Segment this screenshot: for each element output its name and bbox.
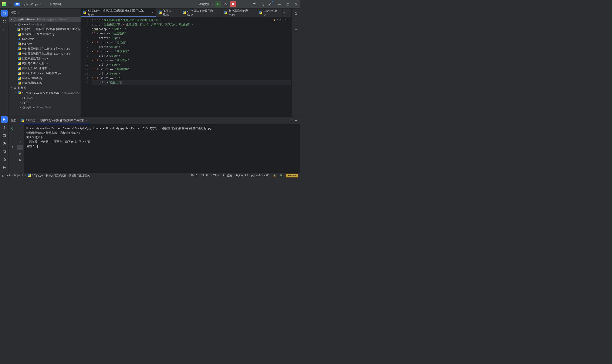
tree-file[interactable]: 自动备份脚本.py (9, 76, 81, 80)
expand-icon[interactable]: ▾ (10, 18, 13, 21)
run-tab[interactable]: 3.7实战一：模拟支付宝蚂蚁森林的能量产生过程 × (19, 117, 90, 124)
indent-setting[interactable]: 4 个空格 (223, 174, 232, 177)
more-tools-button[interactable]: ··· (1, 26, 8, 33)
expand-icon[interactable]: ▾ (10, 87, 13, 89)
expand-icon[interactable]: ▸ (19, 97, 22, 99)
vim-indicator[interactable]: V (280, 174, 282, 177)
tree-sdk[interactable]: ▾ < Python 3.12 (pythonProject3) > H:\st… (9, 90, 81, 95)
code-editor[interactable]: 123456789101112131415 ▲2 ✓1 ⌃ ⌄ print("查… (81, 17, 292, 117)
more-actions-button[interactable] (238, 1, 244, 7)
tree-ext-lib[interactable]: ▾ ☰ 外部库 (9, 85, 81, 90)
structure-tool-button[interactable] (1, 18, 8, 25)
close-icon[interactable]: × (152, 11, 153, 14)
tree-venv[interactable]: ▸ ▢ venv library根目录 (9, 22, 81, 27)
tree-folder[interactable]: ▸▢DLLs (9, 95, 81, 100)
tree-file[interactable]: 自动化部署 Docker 容器脚本.py (9, 71, 81, 76)
tree-file[interactable]: 自动化邮件发送脚本.py (9, 66, 81, 71)
problems-button[interactable] (1, 156, 8, 163)
console-output[interactable]: H:\study\pythonProject3\venv\Scripts\pyt… (24, 124, 300, 172)
tree-label: python (26, 106, 35, 109)
python-icon (17, 27, 20, 31)
line-ending[interactable]: CRLF (201, 174, 208, 177)
tree-file[interactable]: 一键部署数据库主从服务（主节点）.py (9, 46, 81, 51)
vcs-label[interactable]: 版本控制 (50, 2, 61, 6)
python-console-button[interactable] (1, 132, 8, 139)
expand-icon[interactable]: ▾ (14, 92, 17, 94)
status-bar: ▢ pythonProject3 › 3.7实战一：模拟支付宝蚂蚁森林的能量产生… (0, 172, 300, 178)
debug-button[interactable] (223, 1, 228, 7)
breadcrumb[interactable]: ▢ pythonProject3 › 3.7实战一：模拟支付宝蚂蚁森林的能量产生… (2, 174, 90, 177)
tree-file[interactable]: 自动部署脚本.py (9, 80, 81, 85)
interpreter[interactable]: Python 3.12 (pythonProject3) (236, 174, 269, 177)
stop-process-button[interactable] (10, 132, 15, 138)
rerun-button[interactable] (10, 126, 15, 131)
console-line: 请输入： (26, 144, 297, 148)
main-menu-button[interactable] (8, 2, 13, 7)
python-icon (17, 32, 21, 36)
tree-file[interactable]: ◆Dockerfile (9, 37, 81, 41)
editor-tab[interactable]: 3.7实战一：模拟支付宝蚂蚁森林的能量产生过程.py× (81, 9, 156, 17)
run-more-actions[interactable] (10, 145, 15, 150)
scroll-to-end-button[interactable]: ⤓ (17, 145, 23, 150)
print-button[interactable]: ⎙ (17, 151, 23, 157)
settings-button[interactable] (267, 1, 273, 7)
stop-button[interactable] (230, 1, 236, 7)
down-button[interactable]: ↓ (17, 132, 23, 138)
tree-file[interactable]: 统计每个IP访问量.py (9, 61, 81, 66)
maximize-button[interactable]: ▢ (285, 2, 290, 6)
soft-wrap-button[interactable]: ⇥ (17, 138, 23, 144)
run-tab-label: 3.7实战一：模拟支付宝蚂蚁森林的能量产生过程 (26, 118, 85, 122)
project-tree[interactable]: ▾ ▢ pythonProject3 H:\study\pythonProjec… (9, 17, 81, 117)
tree-file[interactable]: 一键部署数据库主从服务（从节点）.py (9, 51, 81, 56)
run-tool-button[interactable] (1, 116, 8, 123)
vcs-button[interactable] (1, 165, 8, 171)
run-config-label[interactable]: 当前文件 (198, 2, 209, 6)
python-icon (28, 174, 31, 177)
editor-tab[interactable]: 飞机大战.py (156, 9, 180, 17)
project-panel-header[interactable]: 项目 ▾ (9, 9, 81, 17)
cursor-position[interactable]: 15:16 (191, 174, 197, 177)
run-more-button[interactable] (290, 119, 293, 123)
database-button[interactable] (292, 27, 299, 34)
clear-button[interactable]: 🗑 (17, 157, 23, 163)
expand-icon[interactable]: ▸ (14, 23, 17, 26)
tree-file[interactable]: 监控系统性能脚本.py (9, 56, 81, 61)
minimize-button[interactable]: — (277, 2, 281, 6)
editor-tab[interactable]: 自动化部署 D (257, 9, 283, 17)
notifications-button[interactable] (292, 10, 299, 17)
terminal-button[interactable] (1, 148, 8, 155)
project-name[interactable]: pythonProject3 (23, 2, 41, 6)
encoding[interactable]: UTF-8 (211, 174, 219, 177)
close-window-button[interactable]: ✕ (294, 2, 298, 6)
editor-area: 3.7实战一：模拟支付宝蚂蚁森林的能量产生过程.py×飞机大战.py3.7实战二… (81, 9, 292, 117)
up-button[interactable]: ↑ (17, 126, 23, 131)
expand-icon[interactable]: ▸ (19, 106, 22, 108)
lock-icon[interactable]: 🔒 (273, 174, 276, 177)
python-packages-button[interactable] (1, 124, 8, 131)
run-button[interactable] (215, 1, 221, 7)
chevron-down-icon: ▾ (18, 12, 19, 14)
search-button[interactable] (259, 1, 265, 7)
tree-root[interactable]: ▾ ▢ pythonProject3 H:\study\pythonProjec… (9, 17, 81, 22)
tree-file[interactable]: 3.7实战二：猜数字游戏.py (9, 32, 81, 37)
project-tool-button[interactable] (1, 10, 8, 16)
tree-file[interactable]: main.py (9, 41, 81, 46)
hide-panel-button[interactable]: — (295, 119, 297, 123)
editor-tab[interactable]: 3.7实战二：猜数字游戏.py (180, 9, 222, 17)
services-button[interactable] (1, 140, 8, 147)
expand-icon[interactable]: ▸ (19, 102, 22, 104)
editor-tab[interactable]: 监控系统性能脚本.py (222, 9, 257, 17)
ai-assistant-button[interactable] (292, 19, 299, 26)
tabs-more-button[interactable] (286, 11, 290, 15)
inspection-widget[interactable]: ▲2 ✓1 ⌃ ⌄ (274, 18, 289, 22)
tree-file[interactable]: 3.7实战一：模拟支付宝蚂蚁森林的能量产生过程.py (9, 27, 81, 32)
tree-folder[interactable]: ▸▢Lib (9, 100, 81, 105)
crumb-file[interactable]: 3.7实战一：模拟支付宝蚂蚁森林的能量产生过程.py (32, 174, 90, 177)
code-with-me-button[interactable] (251, 1, 257, 7)
crumb-project[interactable]: pythonProject3 (6, 174, 23, 177)
code-lines[interactable]: ▲2 ✓1 ⌃ ⌄ print("查询能量请输入能量来源！退出程序请输入0") … (91, 17, 292, 117)
tabs-dropdown-button[interactable]: ▾ (284, 12, 285, 14)
tree-python-dir[interactable]: ▸ ▢ python library根目录 (9, 105, 81, 110)
svg-point-22 (3, 167, 4, 168)
close-icon[interactable]: × (86, 119, 88, 122)
